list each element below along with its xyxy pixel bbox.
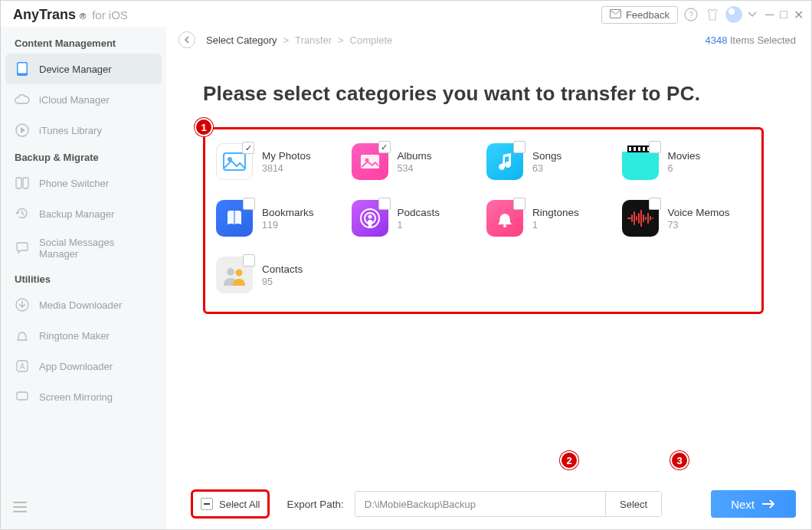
app-logo: AnyTrans® for iOS [13,7,128,23]
category-count: 1 [532,220,579,231]
sidebar-item-ringtone-maker[interactable]: Ringtone Maker [5,320,162,351]
mirror-icon [15,389,30,404]
sidebar-item-media-downloader[interactable]: Media Downloader [5,290,162,320]
svg-point-27 [236,270,243,276]
svg-text:A: A [20,362,25,371]
titlebar-right: Feedback ? ─ □ ✕ [601,6,804,24]
category-info: Ringtones 1 [532,207,579,231]
category-icon: ✓ [216,143,253,180]
category-info: Albums 534 [398,150,432,174]
sidebar-item-label: Screen Mirroring [39,391,152,403]
category-item[interactable]: Podcasts 1 [352,200,481,237]
chat-icon [15,240,30,256]
category-icon [486,200,523,237]
main-content: Please select categories you want to tra… [166,54,811,530]
help-icon[interactable]: ? [683,6,699,23]
category-count: 1 [398,220,440,231]
category-name: Albums [398,150,432,162]
category-info: Podcasts 1 [398,207,440,231]
export-path-input[interactable] [355,492,605,516]
export-path-label: Export Path: [286,499,343,510]
category-checkbox[interactable] [378,198,391,210]
svg-rect-7 [23,178,28,188]
category-checkbox[interactable] [243,198,255,210]
bell-icon [15,328,30,343]
sidebar-item-device-manager[interactable]: Device Manager [5,54,162,84]
svg-text:?: ? [689,10,693,19]
page-title: Please select categories you want to tra… [203,82,764,106]
cloud-icon [15,92,30,107]
category-checkbox[interactable] [243,254,255,267]
breadcrumb-step-3: Complete [350,34,393,46]
sidebar-item-screen-mirroring[interactable]: Screen Mirroring [5,381,162,412]
close-button[interactable]: ✕ [794,8,804,22]
category-checkbox[interactable]: ✓ [242,142,254,154]
category-info: My Photos 3814 [262,150,311,174]
select-all-button[interactable]: Select All [191,489,270,519]
breadcrumb-step-1[interactable]: Select Category [206,34,277,46]
sidebar-item-label: Social Messages Manager [39,237,152,260]
category-item[interactable]: Bookmarks 119 [216,200,345,237]
category-count: 3814 [262,163,311,174]
next-label: Next [731,498,755,511]
category-checkbox[interactable] [649,198,661,210]
titlebar: AnyTrans® for iOS Feedback ? ─ □ ✕ [1,1,811,27]
sidebar-section-content: Content Management [5,31,162,54]
category-item[interactable]: ✓ Albums 534 [352,143,481,180]
history-icon [15,206,30,221]
select-all-label: Select All [219,499,260,510]
sidebar-item-app-downloader[interactable]: A App Downloader [5,351,162,381]
arrow-right-icon [762,498,776,511]
items-count: 4348 [705,34,727,46]
category-name: Songs [532,150,562,162]
svg-rect-18 [634,147,636,151]
sidebar-item-label: Device Manager [39,64,152,75]
category-checkbox[interactable]: ✓ [378,141,391,153]
category-item[interactable]: ✓ My Photos 3814 [216,143,345,180]
category-checkbox[interactable] [513,198,526,210]
category-item[interactable]: Contacts 95 [216,257,345,293]
breadcrumb-sep: > [283,34,290,46]
category-checkbox[interactable] [649,141,661,153]
category-grid: ✓ My Photos 3814 ✓ Albums 534 Songs 63 M… [216,143,751,293]
next-button[interactable]: Next [711,490,796,518]
sidebar-item-backup-manager[interactable]: Backup Manager [5,198,162,229]
svg-point-24 [368,215,372,219]
feedback-label: Feedback [626,9,670,21]
svg-rect-19 [638,147,640,151]
category-item[interactable]: Movies 6 [622,143,751,180]
category-item[interactable]: Ringtones 1 [486,200,616,237]
shirt-icon[interactable] [704,6,721,23]
sidebar-item-social-messages[interactable]: Social Messages Manager [5,229,162,267]
category-name: Movies [668,150,701,162]
sidebar-item-icloud-manager[interactable]: iCloud Manager [5,84,162,115]
items-selected: 4348 Items Selected [705,34,796,46]
category-item[interactable]: Songs 63 [486,143,616,180]
category-checkbox[interactable] [513,141,526,153]
hamburger-icon[interactable] [13,502,27,512]
sidebar-item-label: Media Downloader [39,299,152,311]
window-controls: ─ □ ✕ [765,8,804,22]
select-path-button[interactable]: Select [605,492,661,516]
sidebar-item-label: iTunes Library [39,125,152,136]
app-icon: A [15,358,30,374]
sidebar-item-label: Backup Manager [39,208,152,220]
category-item[interactable]: Voice Memos 73 [622,200,751,237]
category-icon [216,200,253,237]
chevron-down-icon[interactable] [747,6,758,23]
sidebar-item-label: iCloud Manager [39,94,152,106]
breadcrumb-step-2: Transfer [295,34,332,46]
category-name: My Photos [262,150,311,162]
category-name: Contacts [262,263,303,275]
sidebar: Content Management Device Manager iCloud… [1,27,166,529]
sidebar-item-itunes-library[interactable]: iTunes Library [5,115,162,146]
minimize-button[interactable]: ─ [765,8,774,21]
sidebar-bottom [5,494,162,523]
maximize-button[interactable]: □ [780,8,787,21]
select-all-checkbox[interactable] [201,498,213,510]
sidebar-item-phone-switcher[interactable]: Phone Switcher [5,168,162,198]
avatar-icon[interactable] [725,6,742,23]
back-button[interactable] [178,31,195,48]
feedback-button[interactable]: Feedback [601,6,678,24]
app-platform: for iOS [92,8,128,21]
